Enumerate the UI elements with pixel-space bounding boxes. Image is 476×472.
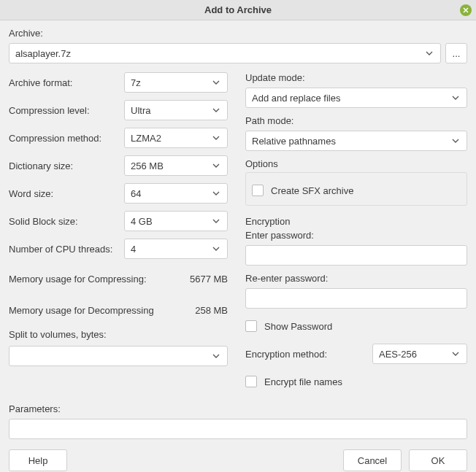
chevron-down-icon bbox=[450, 136, 461, 146]
block-select[interactable]: 4 GB bbox=[124, 211, 228, 231]
level-label: Compression level: bbox=[9, 105, 124, 116]
password-confirm-input[interactable] bbox=[245, 288, 467, 309]
chevron-down-icon bbox=[211, 105, 221, 115]
mem-comp-value: 5677 MB bbox=[190, 274, 228, 285]
params-label: Parameters: bbox=[9, 403, 61, 414]
password-input[interactable] bbox=[245, 245, 467, 266]
showpass-label: Show Password bbox=[264, 321, 332, 332]
format-value: 7z bbox=[131, 77, 141, 88]
chevron-down-icon bbox=[211, 133, 221, 143]
browse-label: ... bbox=[453, 48, 461, 59]
encryption-label: Encryption bbox=[245, 216, 467, 227]
close-icon bbox=[463, 7, 469, 13]
format-label: Archive format: bbox=[9, 77, 124, 88]
pass2-label: Re-enter password: bbox=[245, 273, 467, 284]
threads-value: 4 bbox=[131, 244, 136, 255]
split-label: Split to volumes, bytes: bbox=[9, 329, 107, 340]
sfx-checkbox[interactable] bbox=[252, 185, 264, 196]
word-value: 64 bbox=[131, 188, 141, 199]
help-label: Help bbox=[28, 455, 48, 466]
window-title: Add to Archive bbox=[204, 4, 272, 15]
chevron-down-icon bbox=[211, 244, 221, 254]
encnames-label: Encrypt file names bbox=[264, 376, 342, 387]
options-group: Create SFX archive bbox=[245, 172, 467, 206]
encmethod-value: AES-256 bbox=[379, 349, 417, 360]
update-label: Update mode: bbox=[245, 72, 467, 83]
encnames-checkbox[interactable] bbox=[245, 376, 257, 387]
mem-decomp-value: 258 MB bbox=[195, 305, 228, 316]
cancel-button[interactable]: Cancel bbox=[343, 449, 402, 471]
block-value: 4 GB bbox=[131, 216, 153, 227]
method-select[interactable]: LZMA2 bbox=[124, 128, 228, 148]
browse-button[interactable]: ... bbox=[445, 43, 467, 63]
help-button[interactable]: Help bbox=[9, 449, 67, 471]
cancel-label: Cancel bbox=[358, 455, 387, 466]
showpass-checkbox[interactable] bbox=[245, 320, 257, 332]
mem-comp-label: Memory usage for Compressing: bbox=[9, 274, 147, 285]
dict-value: 256 MB bbox=[131, 160, 164, 171]
split-combo[interactable] bbox=[9, 346, 228, 366]
threads-label: Number of CPU threads: bbox=[9, 244, 124, 255]
chevron-down-icon bbox=[211, 188, 221, 198]
archive-label: Archive: bbox=[9, 28, 467, 39]
chevron-down-icon bbox=[450, 93, 461, 103]
encmethod-select[interactable]: AES-256 bbox=[372, 344, 467, 364]
params-input[interactable] bbox=[9, 419, 467, 439]
path-select[interactable]: Relative pathnames bbox=[245, 131, 467, 151]
close-button[interactable] bbox=[460, 4, 472, 16]
ok-label: OK bbox=[431, 455, 445, 466]
titlebar: Add to Archive bbox=[0, 0, 476, 20]
chevron-down-icon bbox=[424, 48, 434, 58]
word-label: Word size: bbox=[9, 188, 124, 199]
threads-select[interactable]: 4 bbox=[124, 239, 228, 259]
ok-button[interactable]: OK bbox=[409, 449, 467, 471]
level-select[interactable]: Ultra bbox=[124, 100, 228, 120]
format-select[interactable]: 7z bbox=[124, 72, 228, 93]
dict-label: Dictionary size: bbox=[9, 160, 124, 171]
method-value: LZMA2 bbox=[131, 133, 161, 144]
chevron-down-icon bbox=[211, 216, 221, 226]
chevron-down-icon bbox=[211, 160, 221, 171]
dict-select[interactable]: 256 MB bbox=[124, 155, 228, 176]
chevron-down-icon bbox=[211, 77, 221, 88]
chevron-down-icon bbox=[211, 351, 221, 361]
chevron-down-icon bbox=[450, 349, 461, 359]
sfx-label: Create SFX archive bbox=[271, 185, 353, 196]
mem-decomp-label: Memory usage for Decompressing bbox=[9, 305, 154, 316]
level-value: Ultra bbox=[131, 105, 150, 116]
archive-name-value: alsaplayer.7z bbox=[15, 48, 420, 59]
word-select[interactable]: 64 bbox=[124, 183, 228, 204]
pass1-label: Enter password: bbox=[245, 230, 467, 241]
path-value: Relative pathnames bbox=[252, 136, 336, 147]
encmethod-label: Encryption method: bbox=[245, 349, 364, 360]
update-select[interactable]: Add and replace files bbox=[245, 88, 467, 108]
path-label: Path mode: bbox=[245, 115, 467, 126]
method-label: Compression method: bbox=[9, 133, 124, 144]
update-value: Add and replace files bbox=[252, 93, 340, 104]
options-label: Options bbox=[245, 158, 467, 169]
archive-name-combo[interactable]: alsaplayer.7z bbox=[9, 43, 441, 63]
block-label: Solid Block size: bbox=[9, 216, 124, 227]
encryption-group: Enter password: Re-enter password: Show … bbox=[245, 230, 467, 392]
